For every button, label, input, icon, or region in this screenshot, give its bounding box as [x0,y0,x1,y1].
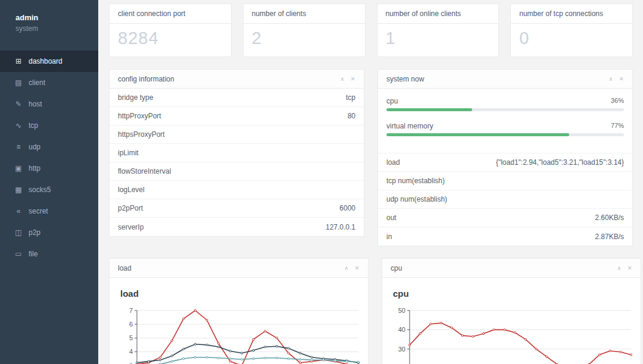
config-row: httpsProxyPort [110,125,364,144]
system-row: udp num(establish) [378,190,632,209]
sidebar-item-host[interactable]: ✎host [0,93,98,115]
config-information-panel: config information ∧ ✕ bridge typetcphtt… [109,69,364,237]
close-icon[interactable]: ✕ [628,265,632,271]
system-table: load{"load1":2.94,"load5":3.21,"load15":… [378,153,632,246]
svg-text:4: 4 [129,348,133,355]
gauge-percent: 77% [611,122,624,130]
sidebar-item-label: http [29,164,40,172]
info-panels-row: config information ∧ ✕ bridge typetcphtt… [109,69,633,246]
stat-title: number of tcp connections [511,4,632,24]
collapse-icon[interactable]: ∧ [340,76,344,82]
panel-title: cpu [391,264,402,272]
stat-title: number of online clients [377,4,499,24]
row-label: bridge type [118,93,153,102]
sidebar-item-client[interactable]: ▤client [0,72,98,93]
svg-text:3: 3 [129,362,133,364]
stat-card: number of online clients1 [377,4,500,57]
close-icon[interactable]: ✕ [351,76,355,82]
sidebar-item-p2p[interactable]: ◫p2p [0,222,98,243]
dashboard-icon: ⊞ [14,57,23,65]
gauge-label: cpu [386,97,398,105]
stat-card: number of tcp connections0 [510,4,633,57]
stat-card: client connection port8284 [109,4,232,57]
row-label: out [386,214,397,222]
row-value: tcp [346,93,355,102]
svg-text:7: 7 [129,307,133,314]
config-row: p2pPort6000 [110,199,364,218]
panel-header: cpu ∧ ✕ [382,259,641,278]
stat-value: 0 [511,24,632,57]
collapse-icon[interactable]: ∧ [608,76,613,82]
sidebar-item-file[interactable]: ▭file [0,243,98,265]
system-now-panel: system now ∧ ✕ cpu36%virtual memory77% l… [377,69,633,246]
row-label: httpProxyPort [118,112,161,120]
stat-value: 8284 [110,24,231,57]
gauge-cpu: cpu36% [386,97,624,111]
close-icon[interactable]: ✕ [355,265,360,271]
row-value: 2.60KB/s [595,214,624,222]
row-value: 2.87KB/s [595,233,624,241]
sidebar-item-label: host [29,100,42,108]
collapse-icon[interactable]: ∧ [617,265,621,271]
sidebar-item-dashboard[interactable]: ⊞dashboard [0,51,98,72]
config-row: flowStoreInterval [110,162,364,181]
sidebar: admin system ⊞dashboard▤client✎host∿tcp≡… [0,0,98,364]
row-label: httpsProxyPort [118,130,165,139]
system-row: in2.87KB/s [378,227,632,246]
main-content: client connection port8284number of clie… [98,0,643,364]
gauge-label: virtual memory [386,122,433,130]
row-value: 127.0.0.1 [326,223,355,231]
row-label: tcp num(establish) [386,177,445,185]
panel-title: system now [386,75,424,83]
stat-card: number of clients2 [243,4,366,57]
page: admin system ⊞dashboard▤client✎host∿tcp≡… [0,0,643,364]
config-row: ipLimit [110,144,364,162]
sidebar-item-label: tcp [29,121,38,130]
row-label: load [386,158,400,167]
row-value: 6000 [339,204,355,212]
panel-header: config information ∧ ✕ [110,70,364,89]
stat-value: 2 [244,24,365,57]
sidebar-item-label: file [29,250,38,258]
sidebar-item-label: udp [29,143,40,151]
panel-header: load ∧ ✕ [110,259,368,278]
panel-title: load [118,264,132,272]
config-row: httpProxyPort80 [110,107,364,125]
panel-header: system now ∧ ✕ [378,70,632,89]
system-row: out2.60KB/s [378,209,632,227]
svg-text:30: 30 [398,346,405,353]
cpu-chart-panel: cpu ∧ ✕ cpu 50403020100 [382,258,641,364]
config-table: bridge typetcphttpProxyPort80httpsProxyP… [110,89,364,236]
sidebar-item-label: socks5 [29,186,51,194]
sidebar-item-tcp[interactable]: ∿tcp [0,115,98,136]
sidebar-item-label: client [29,79,45,87]
row-value: 80 [348,112,355,120]
sidebar-item-secret[interactable]: «secret [0,200,98,222]
user-profile: admin system [0,0,98,42]
chart-body: cpu 50403020100 [382,278,641,364]
load-line-chart[interactable]: 76543210 [119,303,363,364]
socks5-icon: ▦ [14,186,23,194]
collapse-icon[interactable]: ∧ [344,265,348,271]
svg-text:40: 40 [398,326,405,333]
stat-value: 1 [377,24,499,57]
sidebar-item-http[interactable]: ▣http [0,158,98,179]
cpu-line-chart[interactable]: 50403020100 [392,303,636,364]
gauge-percent: 36% [611,97,624,105]
p2p-icon: ◫ [14,228,23,237]
system-gauges: cpu36%virtual memory77% [378,89,632,153]
sidebar-item-udp[interactable]: ≡udp [0,136,98,158]
row-label: serverIp [118,223,143,231]
secret-icon: « [14,207,23,215]
progress-bar [386,133,624,136]
close-icon[interactable]: ✕ [619,76,624,82]
host-icon: ✎ [14,100,23,108]
client-icon: ▤ [14,79,23,87]
chart-title: cpu [393,288,636,299]
http-icon: ▣ [14,164,23,172]
udp-icon: ≡ [14,143,23,151]
sidebar-item-label: dashboard [29,57,63,65]
row-label: ipLimit [118,149,139,157]
sidebar-item-socks5[interactable]: ▦socks5 [0,179,98,200]
row-label: logLevel [118,186,145,194]
